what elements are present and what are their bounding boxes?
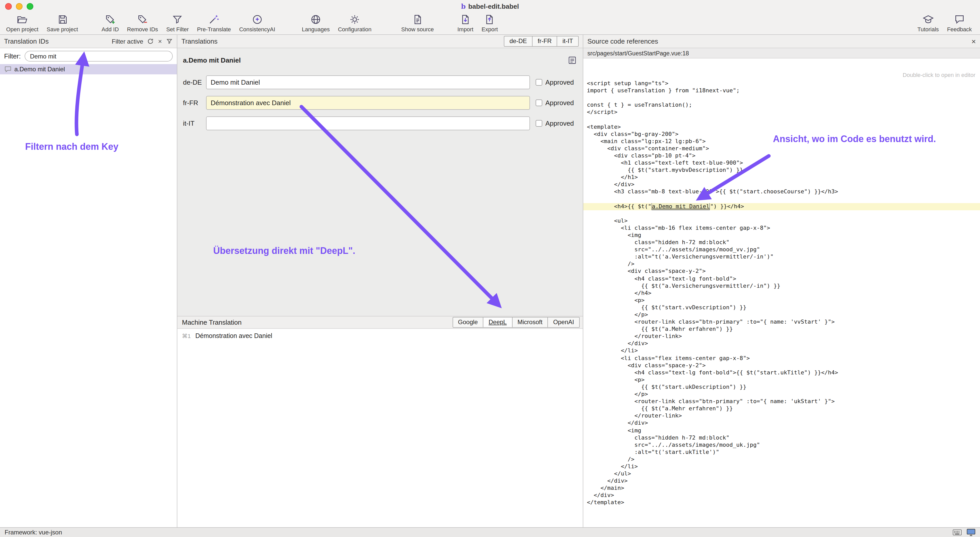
annotation-source-usage: Ansicht, wo im Code es benutzt wird. (773, 134, 936, 145)
toolbar-label: Configuration (338, 26, 372, 32)
code-line: <p> (583, 376, 980, 384)
code-line (583, 210, 980, 217)
code-line: </div> (583, 340, 980, 347)
tutorials-button[interactable]: Tutorials (913, 12, 943, 33)
code-line: import { useTranslation } from "i18next-… (583, 87, 980, 94)
approved-label: Approved (546, 120, 574, 127)
show-source-button[interactable]: Show source (397, 12, 438, 33)
machine-translation-result[interactable]: ⌘1 Démonstration avec Daniel (177, 329, 583, 339)
translation-input-it-IT[interactable] (206, 116, 530, 130)
code-line: /> (583, 456, 980, 463)
filter-icon[interactable] (166, 38, 173, 45)
display-icon[interactable] (967, 529, 975, 536)
toolbar-label: Tutorials (918, 26, 939, 32)
toolbar-label: Set Filter (166, 26, 189, 32)
current-translation-id: a.Demo mit Daniel (183, 56, 241, 64)
translation-input-fr-FR[interactable] (206, 96, 530, 110)
add-id-button[interactable]: Add ID (97, 12, 123, 33)
code-line: </router-link> (583, 333, 980, 340)
code-line: </div> (583, 478, 980, 485)
code-line: </h1> (583, 174, 980, 181)
clear-filter-icon[interactable]: × (158, 37, 162, 45)
source-references-header: Source code references × (583, 35, 980, 48)
export-button[interactable]: Export (477, 12, 502, 33)
tab-it-IT[interactable]: it-IT (557, 36, 579, 47)
code-line: /> (583, 261, 980, 268)
open-project-button[interactable]: Open project (2, 12, 43, 33)
tab-fr-FR[interactable]: fr-FR (533, 36, 557, 47)
code-line: </main> (583, 485, 980, 492)
code-line: <h4 class="text-lg font-bold">{{ $t("sta… (583, 369, 980, 376)
save-icon (57, 13, 68, 25)
toolbar-label: Save project (47, 26, 78, 32)
pre-translate-button[interactable]: Pre-Translate (193, 12, 235, 33)
code-line: <li class="mb-16 flex items-center gap-x… (583, 225, 980, 232)
comment-icon[interactable] (568, 56, 577, 65)
set-filter-button[interactable]: Set Filter (162, 12, 193, 33)
code-line: <p> (583, 297, 980, 304)
translations-header: Translations de-DE fr-FR it-IT (177, 35, 583, 48)
refresh-icon[interactable] (147, 38, 154, 45)
panel-title: Source code references (587, 37, 658, 45)
filter-row: Filter: (0, 48, 177, 64)
export-icon (484, 13, 495, 25)
approved-checkbox-it-IT[interactable] (536, 120, 542, 127)
save-project-button[interactable]: Save project (43, 12, 82, 33)
close-panel-icon[interactable]: × (971, 37, 976, 45)
code-line: const { t } = useTranslation(); (583, 102, 980, 109)
remove-ids-button[interactable]: Remove IDs (123, 12, 162, 33)
current-id-row: a.Demo mit Daniel (183, 56, 577, 65)
approved-checkbox-fr-FR[interactable] (536, 99, 542, 106)
code-line: <li class="flex items-center gap-x-8"> (583, 355, 980, 362)
translation-ids-header: Translation IDs Filter active × (0, 35, 177, 48)
annotation-filter-key: Filtern nach dem Key (25, 142, 118, 152)
approved-label: Approved (546, 99, 574, 107)
panel-title: Machine Translation (182, 319, 242, 326)
code-line: class="hidden h-72 md:block" (583, 434, 980, 441)
code-line: </router-link> (583, 413, 980, 420)
code-line: :alt="t('a.Versicherungsvermittler/-in')… (583, 253, 980, 261)
provider-openai-button[interactable]: OpenAI (548, 317, 580, 328)
code-line: <h4>{{ $t("a.Demo mit Daniel") }}</h4> (583, 203, 980, 210)
import-button[interactable]: Import (453, 12, 477, 33)
languages-button[interactable]: Languages (298, 12, 334, 33)
window-title: bbabel-edit.babel (0, 3, 980, 10)
filter-input[interactable] (24, 51, 173, 62)
gear-icon (349, 13, 360, 25)
tab-de-DE[interactable]: de-DE (504, 36, 533, 47)
consistency-ai-button[interactable]: ConsistencyAI (235, 12, 279, 33)
source-reference-path: src/pages/start/GuestStartPage.vue:18 (587, 50, 689, 56)
translation-input-de-DE[interactable] (206, 75, 530, 89)
feedback-button[interactable]: Feedback (943, 12, 976, 33)
code-line: <h3 class="mb-8 text-blue-900">{{ $t("st… (583, 188, 980, 196)
configuration-button[interactable]: Configuration (334, 12, 376, 33)
approved-checkbox-de-DE[interactable] (536, 79, 542, 86)
translations-panel: Translations de-DE fr-FR it-IT a.Demo mi… (177, 35, 583, 527)
provider-microsoft-button[interactable]: Microsoft (512, 317, 548, 328)
machine-translation-header: Machine Translation Google DeepL Microso… (177, 316, 583, 329)
annotation-deepl: Übersetzung direkt mit "DeepL". (213, 246, 355, 257)
source-references-panel: Source code references × src/pages/start… (583, 35, 980, 527)
source-reference-bar[interactable]: src/pages/start/GuestStartPage.vue:18 (583, 48, 980, 59)
code-line: src="../../assets/images/mood_vv.jpg" (583, 246, 980, 253)
consistency-icon (251, 13, 262, 25)
approved-control: Approved (536, 120, 574, 127)
highlighted-translation-key[interactable]: a.Demo mit Daniel (651, 203, 710, 210)
filter-active-label: Filter active (112, 38, 143, 45)
translation-id-item[interactable]: a.Demo mit Daniel (0, 64, 177, 74)
panel-title: Translation IDs (4, 37, 49, 45)
babeledit-window: bbabel-edit.babel Open project Save proj… (0, 0, 980, 537)
provider-google-button[interactable]: Google (452, 317, 483, 328)
tag-plus-icon (105, 13, 116, 25)
provider-deepl-button[interactable]: DeepL (483, 317, 512, 328)
approved-label: Approved (546, 78, 574, 86)
keyboard-icon[interactable] (953, 529, 961, 535)
code-line: </li> (583, 347, 980, 355)
code-line: <h4 class="text-lg font-bold"> (583, 275, 980, 282)
panel-title: Translations (181, 37, 218, 45)
code-line: <router-link class="btn-primary" :to="{ … (583, 319, 980, 326)
code-line: <img (583, 232, 980, 239)
toolbar: Open project Save project Add ID Remove … (0, 11, 980, 35)
toolbar-label: ConsistencyAI (239, 26, 275, 32)
app-icon: b (461, 3, 466, 10)
